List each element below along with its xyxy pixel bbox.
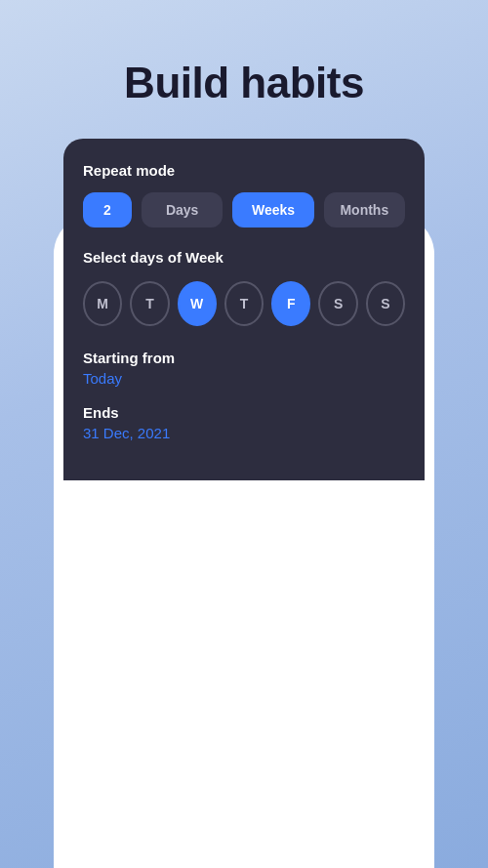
ends-section: Ends 31 Dec, 2021 bbox=[83, 404, 405, 441]
days-button[interactable]: Days bbox=[142, 192, 223, 227]
day-thursday[interactable]: T bbox=[224, 281, 264, 326]
day-sunday[interactable]: S bbox=[366, 281, 405, 326]
days-row: M T W T F S S bbox=[83, 281, 405, 326]
weeks-button[interactable]: Weeks bbox=[232, 192, 313, 227]
bottom-sheet: Repeat mode 2 Days Weeks Months Select d… bbox=[63, 139, 425, 480]
days-of-week-label: Select days of Week bbox=[83, 249, 405, 266]
page-title: Build habits bbox=[0, 59, 488, 107]
ends-label: Ends bbox=[83, 404, 405, 421]
day-friday[interactable]: F bbox=[271, 281, 310, 326]
repeat-mode-label: Repeat mode bbox=[83, 162, 405, 179]
ends-value[interactable]: 31 Dec, 2021 bbox=[83, 425, 405, 441]
day-monday[interactable]: M bbox=[83, 281, 122, 326]
starting-from-value[interactable]: Today bbox=[83, 370, 405, 387]
day-tuesday[interactable]: T bbox=[130, 281, 169, 326]
day-saturday[interactable]: S bbox=[318, 281, 357, 326]
starting-from-label: Starting from bbox=[83, 350, 405, 366]
day-wednesday[interactable]: W bbox=[178, 281, 217, 326]
number-button[interactable]: 2 bbox=[83, 192, 132, 227]
months-button[interactable]: Months bbox=[324, 192, 405, 227]
starting-from-section: Starting from Today bbox=[83, 350, 405, 387]
mode-buttons-row: 2 Days Weeks Months bbox=[83, 192, 405, 227]
header-section: Build habits bbox=[0, 0, 488, 137]
